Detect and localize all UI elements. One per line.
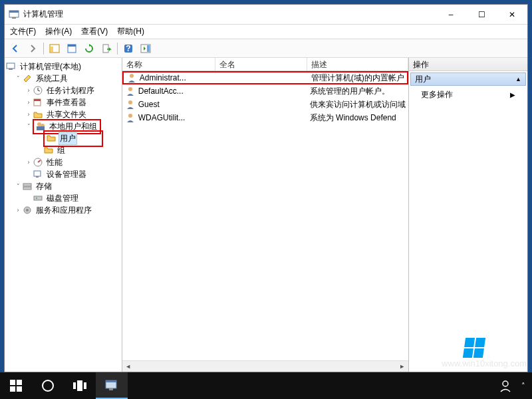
taskbar-app-compmgmt[interactable] bbox=[96, 372, 128, 399]
tree-disk-management[interactable]: 磁盘管理 bbox=[6, 192, 120, 204]
svg-rect-25 bbox=[34, 196, 42, 200]
svg-rect-35 bbox=[10, 386, 15, 392]
people-icon[interactable] bbox=[499, 379, 512, 392]
user-icon bbox=[125, 86, 136, 96]
tools-icon bbox=[22, 73, 33, 84]
expand-icon[interactable]: › bbox=[25, 98, 33, 106]
taskbar[interactable]: ˄ bbox=[0, 372, 532, 399]
tree-services-apps[interactable]: › 服务和应用程序 bbox=[6, 204, 120, 216]
collapse-icon[interactable]: ˅ bbox=[25, 122, 33, 130]
menu-action[interactable]: 操作(A) bbox=[45, 26, 72, 37]
tray-chevron-up-icon[interactable]: ˄ bbox=[521, 382, 525, 390]
col-description[interactable]: 描述 bbox=[307, 58, 408, 70]
scroll-left-icon[interactable]: ◄ bbox=[124, 362, 133, 371]
cortana-button[interactable] bbox=[32, 372, 64, 399]
tree-device-manager[interactable]: 设备管理器 bbox=[6, 168, 120, 180]
maximize-button[interactable]: ☐ bbox=[466, 5, 497, 25]
svg-point-26 bbox=[36, 198, 37, 199]
toolbar: ? bbox=[5, 39, 527, 58]
svg-rect-42 bbox=[106, 380, 116, 382]
svg-rect-23 bbox=[23, 184, 31, 186]
svg-rect-22 bbox=[36, 176, 39, 178]
tree-system-tools[interactable]: ˅ 系统工具 bbox=[6, 72, 120, 84]
tree-task-scheduler[interactable]: › 任务计划程序 bbox=[6, 84, 120, 96]
help-button[interactable]: ? bbox=[120, 41, 136, 56]
event-icon bbox=[33, 97, 43, 108]
svg-rect-2 bbox=[12, 17, 16, 19]
expand-icon[interactable]: › bbox=[14, 206, 22, 214]
svg-rect-6 bbox=[68, 45, 76, 47]
svg-rect-11 bbox=[147, 45, 150, 52]
computer-icon bbox=[6, 61, 17, 72]
col-name[interactable]: 名称 bbox=[122, 58, 215, 70]
svg-rect-4 bbox=[51, 47, 53, 52]
collapse-icon[interactable]: ˅ bbox=[14, 74, 22, 82]
menu-file[interactable]: 文件(F) bbox=[10, 26, 36, 37]
list-item[interactable]: Administrat... 管理计算机(域)的内置帐户 bbox=[122, 71, 408, 84]
svg-point-28 bbox=[26, 209, 29, 211]
disk-icon bbox=[33, 193, 43, 203]
expand-icon[interactable]: › bbox=[25, 110, 33, 118]
start-button[interactable] bbox=[0, 372, 32, 399]
minimize-button[interactable]: – bbox=[436, 5, 466, 25]
list-item[interactable]: Guest 供来宾访问计算机或访问域 bbox=[122, 98, 408, 111]
window-title: 计算机管理 bbox=[23, 9, 436, 20]
collapse-icon[interactable]: ˅ bbox=[14, 182, 22, 190]
properties-button[interactable] bbox=[64, 41, 80, 56]
performance-icon bbox=[33, 157, 43, 168]
list-body[interactable]: Administrat... 管理计算机(域)的内置帐户 DefaultAcc.… bbox=[122, 71, 408, 360]
svg-rect-43 bbox=[109, 388, 113, 390]
titlebar[interactable]: 计算机管理 – ☐ ✕ bbox=[5, 5, 527, 25]
svg-rect-39 bbox=[77, 380, 82, 391]
user-icon bbox=[125, 112, 136, 123]
action-pane-toggle-button[interactable] bbox=[138, 41, 154, 56]
action-section[interactable]: 用户 ▲ bbox=[410, 72, 526, 86]
svg-point-44 bbox=[503, 381, 508, 386]
svg-rect-40 bbox=[84, 382, 86, 389]
list-pane: 名称 全名 描述 Administrat... 管理计算机(域)的内置帐户 De… bbox=[122, 58, 409, 372]
app-icon bbox=[9, 9, 19, 20]
refresh-button[interactable] bbox=[81, 41, 97, 56]
svg-rect-36 bbox=[17, 386, 22, 392]
windows-logo-icon bbox=[463, 338, 485, 358]
back-button[interactable] bbox=[7, 41, 23, 56]
svg-rect-21 bbox=[34, 171, 41, 176]
svg-rect-33 bbox=[10, 380, 15, 385]
tree-root[interactable]: 计算机管理(本地) bbox=[6, 61, 120, 72]
show-hide-tree-button[interactable] bbox=[47, 41, 63, 56]
svg-point-37 bbox=[43, 380, 53, 391]
services-icon bbox=[22, 205, 33, 215]
svg-rect-7 bbox=[103, 45, 108, 53]
action-pane: 操作 用户 ▲ 更多操作 ▶ bbox=[409, 58, 527, 372]
svg-rect-12 bbox=[7, 63, 15, 68]
close-button[interactable]: ✕ bbox=[497, 5, 527, 25]
folder-icon bbox=[43, 145, 54, 156]
tree-users[interactable]: 用户 bbox=[6, 132, 120, 144]
list-header: 名称 全名 描述 bbox=[122, 58, 408, 71]
expand-icon[interactable]: › bbox=[25, 86, 33, 94]
menu-help[interactable]: 帮助(H) bbox=[117, 26, 144, 37]
horizontal-scrollbar[interactable]: ◄ ► bbox=[122, 360, 408, 372]
storage-icon bbox=[22, 181, 33, 192]
svg-point-29 bbox=[130, 74, 134, 78]
expand-icon[interactable]: › bbox=[25, 158, 33, 166]
forward-button[interactable] bbox=[25, 41, 41, 56]
col-fullname[interactable]: 全名 bbox=[215, 58, 307, 70]
action-more[interactable]: 更多操作 ▶ bbox=[409, 87, 527, 102]
svg-rect-38 bbox=[73, 382, 76, 389]
computer-management-window: 计算机管理 – ☐ ✕ 文件(F) 操作(A) 查看(V) 帮助(H) ? 计算… bbox=[4, 4, 528, 372]
export-button[interactable] bbox=[98, 41, 114, 56]
svg-point-30 bbox=[128, 87, 132, 91]
svg-rect-16 bbox=[34, 99, 41, 101]
menu-view[interactable]: 查看(V) bbox=[81, 26, 108, 37]
scroll-right-icon[interactable]: ► bbox=[398, 362, 407, 371]
list-item[interactable]: DefaultAcc... 系统管理的用户帐户。 bbox=[122, 84, 408, 98]
task-view-button[interactable] bbox=[64, 372, 96, 399]
tree-event-viewer[interactable]: › 事件查看器 bbox=[6, 96, 120, 108]
svg-point-31 bbox=[128, 100, 132, 104]
tree-storage[interactable]: ˅ 存储 bbox=[6, 180, 120, 192]
list-item[interactable]: WDAGUtilit... 系统为 Windows Defend bbox=[122, 111, 408, 124]
tree-pane[interactable]: 计算机管理(本地) ˅ 系统工具 › 任务计划程序 › 事件查看器 › 共享文件… bbox=[5, 58, 122, 372]
device-icon bbox=[33, 169, 43, 180]
tree-performance[interactable]: › 性能 bbox=[6, 156, 120, 168]
